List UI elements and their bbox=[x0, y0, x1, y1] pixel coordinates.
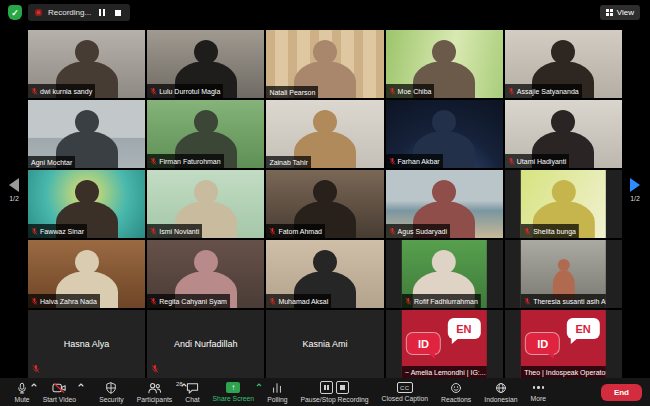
previous-page-arrow-icon[interactable] bbox=[9, 178, 19, 192]
pause-recording-button[interactable] bbox=[97, 8, 107, 18]
polling-label: Polling bbox=[267, 396, 287, 403]
participants-icon bbox=[147, 382, 162, 394]
participant-name: Haiva Zahra Nada bbox=[40, 298, 97, 305]
recording-label: Recording... bbox=[48, 8, 91, 17]
share-screen-label: Share Screen bbox=[213, 395, 255, 402]
mic-muted-icon bbox=[405, 297, 412, 306]
participant-name-label: dwi kurnia sandy bbox=[28, 84, 95, 98]
participant-name-label: Moe Chiba bbox=[386, 84, 435, 98]
participant-tile[interactable]: Hasna Alya bbox=[28, 310, 145, 378]
participant-video: EN ID Theo | Indospeak Operator bbox=[521, 310, 605, 378]
participant-tile[interactable]: Agni Mochtar bbox=[28, 100, 145, 168]
reactions-label: Reactions bbox=[441, 396, 471, 403]
participant-name: ~ Amelia Lemondhi | IG:... bbox=[405, 369, 486, 376]
encryption-shield-icon[interactable]: ✓ bbox=[8, 5, 22, 20]
previous-page-control[interactable]: 1/2 bbox=[1, 178, 27, 202]
next-page-arrow-icon[interactable] bbox=[630, 178, 640, 192]
participant-name: Hasna Alya bbox=[28, 310, 145, 378]
participant-name-label: Natali Pearson bbox=[266, 86, 318, 98]
polling-icon bbox=[271, 382, 283, 394]
chat-bubble-icon bbox=[186, 382, 199, 394]
participant-name-label: Ismi Novianti bbox=[147, 224, 202, 238]
start-video-label: Start Video bbox=[43, 396, 77, 403]
participant-tile[interactable]: Theresia susanti asih Asih bbox=[505, 240, 622, 308]
mic-muted-icon bbox=[508, 87, 515, 96]
start-video-button[interactable]: Start Video bbox=[36, 378, 83, 406]
view-button[interactable]: View bbox=[600, 5, 640, 20]
participant-tile[interactable]: Firman Faturohman bbox=[147, 100, 264, 168]
participant-tile[interactable]: Farhan Akbar bbox=[386, 100, 503, 168]
share-screen-button[interactable]: ↑ Share Screen bbox=[206, 378, 261, 406]
more-button[interactable]: More bbox=[524, 378, 553, 406]
participant-name: Kasnia Ami bbox=[266, 310, 383, 378]
participant-tile[interactable]: Assajie Satyananda bbox=[505, 30, 622, 98]
participant-tile[interactable]: Muhamad Aksal bbox=[266, 240, 383, 308]
participant-name: Natali Pearson bbox=[269, 89, 315, 96]
chat-label: Chat bbox=[185, 396, 199, 403]
pause-icon[interactable] bbox=[320, 381, 333, 394]
interpretation-label: Indonesian bbox=[484, 396, 517, 403]
participant-name: Utami Hadiyanti bbox=[517, 158, 566, 165]
participant-name-label: Fawwaz Sinar bbox=[28, 224, 87, 238]
participant-tile[interactable]: Natali Pearson bbox=[266, 30, 383, 98]
stop-icon[interactable] bbox=[336, 381, 349, 394]
mic-muted-icon bbox=[389, 87, 396, 96]
meeting-toolbar: Mute Start Video Security bbox=[0, 378, 650, 406]
participant-tile[interactable]: EN ID Theo | Indospeak Operator bbox=[505, 310, 622, 378]
participant-tile[interactable]: Agus Sudaryadi bbox=[386, 170, 503, 238]
participant-tile[interactable]: Kasnia Ami bbox=[266, 310, 383, 378]
participant-name: Muhamad Aksal bbox=[278, 298, 328, 305]
en-label: EN bbox=[575, 323, 590, 335]
participant-name: Agus Sudaryadi bbox=[398, 228, 447, 235]
participants-button[interactable]: 28 Participants bbox=[130, 378, 179, 406]
security-shield-icon bbox=[105, 382, 117, 394]
mic-muted-icon bbox=[31, 227, 38, 236]
more-dots-icon bbox=[533, 382, 545, 393]
participant-tile[interactable]: Ismi Novianti bbox=[147, 170, 264, 238]
participant-tile[interactable]: dwi kurnia sandy bbox=[28, 30, 145, 98]
participant-name-label: Assajie Satyananda bbox=[505, 84, 582, 98]
chevron-up-icon[interactable] bbox=[78, 383, 84, 387]
participant-name: Fatom Ahmad bbox=[278, 228, 322, 235]
participant-tile[interactable]: Zainab Tahir bbox=[266, 100, 383, 168]
participant-name-label: Theresia susanti asih Asih bbox=[521, 294, 605, 308]
reactions-button[interactable]: Reactions bbox=[435, 378, 478, 406]
participant-tile[interactable]: Lulu Durrotul Magla bbox=[147, 30, 264, 98]
participant-name-label: Zainab Tahir bbox=[266, 156, 310, 168]
participant-tile[interactable]: Fatom Ahmad bbox=[266, 170, 383, 238]
mic-muted-icon bbox=[150, 87, 157, 96]
microphone-icon bbox=[16, 382, 28, 394]
closed-caption-button[interactable]: CC Closed Caption bbox=[375, 378, 434, 406]
participant-tile[interactable]: Regita Cahyani Syam bbox=[147, 240, 264, 308]
participant-name-label: Shelita bunga bbox=[521, 224, 579, 238]
participant-name: Ismi Novianti bbox=[159, 228, 199, 235]
indospeak-id-bubble-icon: ID bbox=[407, 333, 440, 354]
participant-tile[interactable]: Moe Chiba bbox=[386, 30, 503, 98]
polling-button[interactable]: Polling bbox=[261, 378, 294, 406]
stop-recording-button[interactable] bbox=[113, 8, 123, 18]
security-button[interactable]: Security bbox=[93, 378, 131, 406]
mic-muted-icon bbox=[269, 297, 276, 306]
mic-muted-icon bbox=[150, 227, 157, 236]
mic-muted-icon bbox=[32, 364, 40, 374]
participant-tile[interactable]: Rofif Fadhlurrahman bbox=[386, 240, 503, 308]
participant-tile[interactable]: Utami Hadiyanti bbox=[505, 100, 622, 168]
participant-tile[interactable]: Haiva Zahra Nada bbox=[28, 240, 145, 308]
participant-name-label: Haiva Zahra Nada bbox=[28, 294, 100, 308]
next-page-control[interactable]: 1/2 bbox=[622, 178, 648, 202]
mute-button[interactable]: Mute bbox=[8, 378, 36, 406]
end-meeting-button[interactable]: End bbox=[601, 384, 642, 401]
participant-tile[interactable]: Shelita bunga bbox=[505, 170, 622, 238]
interpretation-button[interactable]: Indonesian bbox=[478, 378, 524, 406]
participant-name-label: Agus Sudaryadi bbox=[386, 224, 450, 238]
participant-tile[interactable]: EN ID ~ Amelia Lemondhi | IG:... bbox=[386, 310, 503, 378]
page-indicator: 1/2 bbox=[1, 195, 27, 202]
participant-name: Theo | Indospeak Operator bbox=[524, 369, 605, 376]
participant-tile[interactable]: Fawwaz Sinar bbox=[28, 170, 145, 238]
en-label: EN bbox=[456, 323, 471, 335]
participant-name: Moe Chiba bbox=[398, 88, 432, 95]
participant-tile[interactable]: Andi Nurfadillah bbox=[147, 310, 264, 378]
participant-name: Assajie Satyananda bbox=[517, 88, 579, 95]
chat-button[interactable]: Chat bbox=[179, 378, 206, 406]
pause-stop-recording-button[interactable]: Pause/Stop Recording bbox=[294, 378, 375, 406]
